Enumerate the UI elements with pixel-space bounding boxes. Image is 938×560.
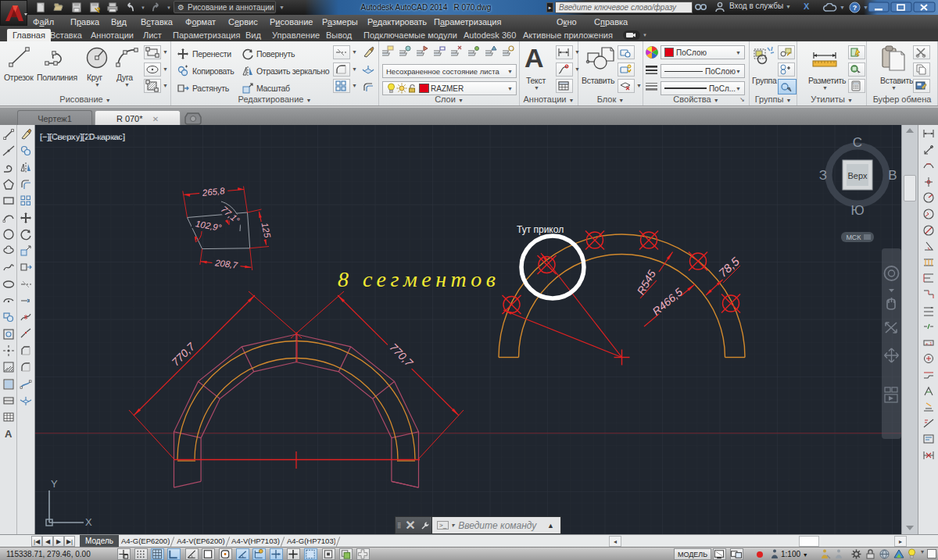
svg-text:В: В [888, 168, 897, 183]
svg-text:X: X [85, 516, 92, 528]
svg-text:8 сегментов: 8 сегментов [338, 267, 499, 291]
svg-text:+.1: +.1 [925, 341, 933, 345]
svg-text:Y: Y [51, 478, 58, 490]
svg-text:Ю: Ю [850, 203, 864, 218]
svg-text:Тут прикол: Тут прикол [517, 224, 564, 235]
svg-text:?: ? [853, 4, 857, 12]
svg-text:Верх: Верх [848, 171, 868, 180]
svg-text:З: З [819, 168, 827, 183]
svg-text:A: A [5, 428, 13, 440]
svg-text:МСК: МСК [846, 234, 861, 241]
svg-text:С: С [853, 135, 862, 150]
